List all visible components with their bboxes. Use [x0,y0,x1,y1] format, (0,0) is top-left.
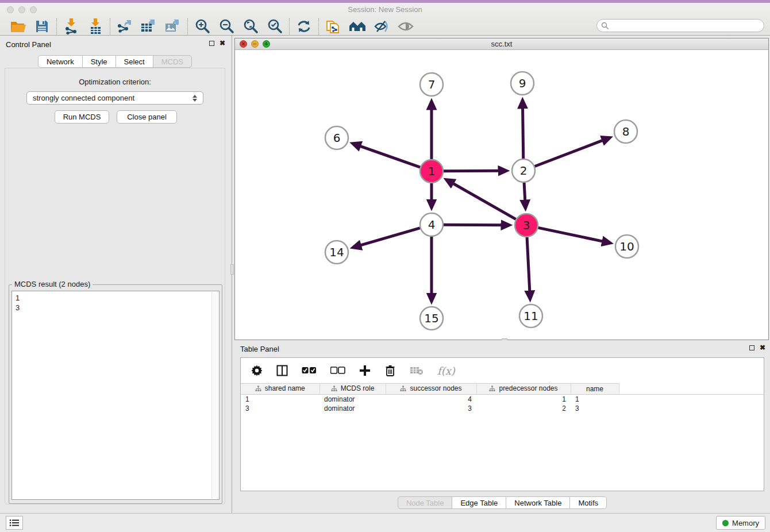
table-cell[interactable]: 4 [386,395,476,404]
tab-network-table[interactable]: Network Table [506,496,570,509]
import-table-icon[interactable] [83,18,107,35]
node-table-container: f(x) shared name MCDS role successor nod… [240,357,764,491]
graph-edge[interactable] [527,237,530,291]
mcds-result-title: MCDS result (2 nodes) [12,280,93,288]
status-bar: Memory [0,513,770,532]
node-table-body: 1dominator4113dominator323 [241,395,764,413]
control-panel: Control Panel ✖ Network Style Select MCD… [0,36,230,513]
table-toolbar: f(x) [241,358,764,383]
panel-splitter[interactable] [230,36,234,513]
splitter-grip[interactable] [230,264,234,275]
tab-mcds[interactable]: MCDS [153,55,192,68]
zoom-out-icon[interactable] [214,18,238,35]
column-header-name[interactable]: name [571,384,619,395]
refresh-icon[interactable] [292,18,316,35]
memory-button[interactable]: Memory [716,516,765,530]
float-table-panel-icon[interactable] [749,345,754,350]
search-box[interactable] [596,19,764,32]
tab-node-table[interactable]: Node Table [398,496,453,509]
task-history-button[interactable] [6,516,23,530]
mcds-tab-panel: Optimization criterion: strongly connect… [5,68,225,504]
graph-node-label: 4 [428,218,436,232]
toggle-style-icon[interactable] [369,18,394,35]
graph-edge[interactable] [361,147,421,167]
tab-select[interactable]: Select [116,55,153,68]
delete-table-icon[interactable] [410,366,424,375]
criterion-value: strongly connected component [33,94,134,102]
save-icon[interactable] [30,18,54,35]
delete-column-icon[interactable] [384,364,396,377]
table-row[interactable]: 3dominator323 [241,404,764,413]
graph-node-label: 10 [619,240,634,253]
column-header-predecessor-nodes[interactable]: predecessor nodes [476,384,571,395]
import-network-icon[interactable] [59,18,83,35]
run-mcds-button[interactable]: Run MCDS [55,110,109,124]
graph-node-label: 3 [523,218,530,232]
dropdown-stepper-icon [191,94,198,103]
table-cell[interactable]: dominator [319,395,386,404]
network-canvas[interactable]: 7968124314101511 [235,50,768,340]
search-icon [601,22,609,30]
select-all-icon[interactable] [302,367,317,375]
open-folder-icon[interactable] [6,18,30,35]
graph-node-label: 7 [428,78,436,91]
zoom-in-icon[interactable] [190,18,214,35]
control-panel-header: Control Panel ✖ [0,36,230,53]
zoom-selected-icon[interactable] [263,18,287,35]
zoom-fit-icon[interactable] [238,18,263,35]
column-layout-icon[interactable] [276,365,288,376]
table-cell[interactable]: dominator [319,404,386,413]
float-panel-icon[interactable] [209,41,214,46]
list-icon [9,519,20,527]
tab-motifs[interactable]: Motifs [569,496,607,509]
column-header-shared-name[interactable]: shared name [241,384,319,395]
tab-edge-table[interactable]: Edge Table [452,496,506,509]
table-cell[interactable]: 3 [386,404,476,413]
export-table-icon[interactable] [137,18,161,35]
table-cell[interactable]: 3 [571,404,619,413]
graph-edge[interactable] [523,109,523,159]
duplicate-network-icon[interactable] [321,18,345,35]
export-image-icon[interactable] [161,18,185,35]
table-cell[interactable]: 1 [476,395,571,404]
table-header-row: shared name MCDS role successor nodes pr… [241,384,764,395]
deselect-all-icon[interactable] [330,367,345,375]
graph-edge[interactable] [444,225,501,225]
table-cell[interactable]: 1 [241,395,319,404]
close-panel-button[interactable]: Close panel [117,110,177,124]
tab-network[interactable]: Network [38,55,83,68]
table-row[interactable]: 1dominator411 [241,395,764,404]
network-graph: 7968124314101511 [235,50,768,340]
table-cell[interactable]: 2 [476,404,571,413]
table-cell-filler [619,404,764,413]
show-hide-icon[interactable] [394,18,418,35]
result-scrollbar[interactable] [211,292,218,499]
graph-edge[interactable] [453,184,516,219]
function-builder-icon[interactable]: f(x) [437,365,455,377]
hierarchy-icon [331,385,337,392]
tab-style[interactable]: Style [82,55,116,68]
criterion-dropdown[interactable]: strongly connected component [26,91,203,105]
table-panel-header: Table Panel ✖ [234,340,770,357]
table-cell[interactable]: 3 [241,404,319,413]
hierarchy-icon [400,385,406,392]
column-header-successor-nodes[interactable]: successor nodes [386,384,476,395]
table-panel-tabs: Node Table Edge Table Network Table Moti… [234,496,770,509]
mcds-result-textarea[interactable]: 1 3 [11,291,220,500]
graph-edge[interactable] [444,171,498,171]
session-title: Session: New Session [0,5,770,14]
close-panel-icon[interactable]: ✖ [220,40,225,46]
search-input[interactable] [609,21,764,31]
graph-node-label: 9 [519,76,526,90]
table-cell[interactable]: 1 [571,395,619,404]
column-header-mcds-role[interactable]: MCDS role [319,384,386,395]
close-table-panel-icon[interactable]: ✖ [760,345,765,350]
graph-edge[interactable] [361,228,420,245]
graph-edge[interactable] [535,141,602,167]
graph-edge[interactable] [538,228,602,241]
graph-edge[interactable] [524,183,525,200]
add-column-icon[interactable] [359,365,371,376]
export-network-icon[interactable] [113,18,137,35]
settings-gear-icon[interactable] [251,365,263,376]
home-icon[interactable] [345,18,369,35]
